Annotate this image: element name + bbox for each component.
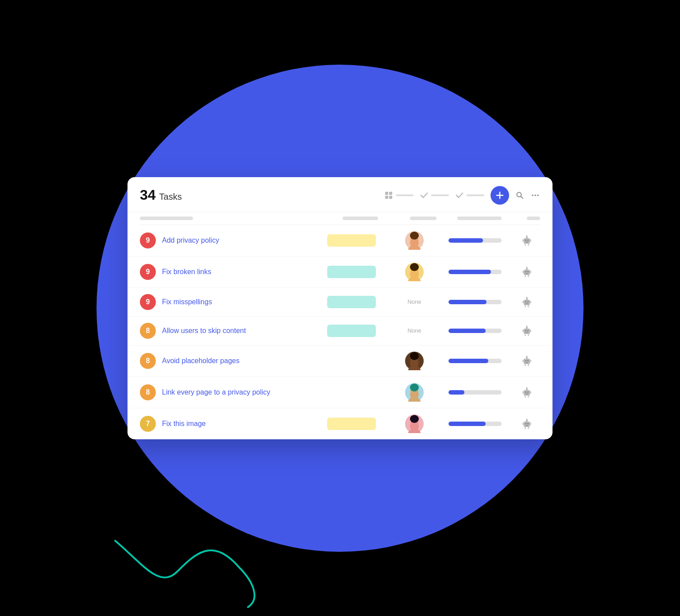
svg-rect-87	[525, 391, 526, 393]
svg-rect-3	[389, 196, 392, 199]
svg-rect-32	[524, 270, 530, 275]
progress-fill	[448, 270, 491, 274]
robot-icon	[514, 386, 540, 399]
svg-rect-110	[525, 427, 526, 429]
svg-rect-52	[528, 305, 529, 307]
robot-icon	[514, 234, 540, 247]
more-options-button[interactable]	[530, 190, 540, 200]
svg-point-8	[532, 194, 533, 196]
svg-rect-1	[389, 192, 392, 195]
grid-icon[interactable]	[384, 191, 393, 200]
squiggle-decoration	[89, 527, 266, 616]
task-name[interactable]: Allow users to skip content	[162, 327, 246, 335]
task-row[interactable]: 9 Add privacy policy	[128, 225, 552, 256]
svg-rect-104	[527, 423, 529, 424]
assignee-avatar	[405, 263, 424, 281]
task-name[interactable]: Fix misspellings	[162, 298, 212, 306]
task-name[interactable]: Link every page to a privacy policy	[162, 388, 270, 396]
tag-pill	[327, 234, 376, 247]
task-name[interactable]: Fix this image	[162, 420, 206, 428]
tag-cell	[316, 266, 387, 278]
svg-rect-19	[525, 242, 528, 243]
svg-rect-95	[528, 395, 529, 398]
search-button[interactable]	[515, 191, 524, 200]
svg-rect-76	[522, 360, 524, 362]
svg-rect-22	[522, 239, 524, 242]
progress-track	[448, 390, 502, 395]
progress-cell	[442, 390, 508, 395]
svg-rect-34	[527, 271, 529, 272]
task-row[interactable]: 8 Allow users to skip content None	[128, 317, 552, 345]
assignee-cell	[392, 352, 437, 370]
check-line-1	[431, 194, 449, 196]
robot-icon	[514, 266, 540, 278]
svg-rect-57	[525, 332, 528, 333]
robot-icon	[514, 355, 540, 367]
assignee-avatar	[405, 352, 424, 370]
check-group-2	[455, 191, 484, 200]
progress-fill	[448, 238, 483, 243]
priority-badge: 7	[140, 416, 156, 432]
task-name[interactable]: Add privacy policy	[162, 236, 219, 244]
col-header-action	[527, 217, 540, 220]
robot-icon	[514, 296, 540, 308]
col-header-name	[140, 217, 193, 220]
task-left: 9 Add privacy policy	[140, 232, 311, 248]
header-actions	[384, 186, 540, 205]
svg-rect-0	[385, 192, 388, 195]
svg-rect-89	[525, 394, 528, 395]
progress-cell	[442, 359, 508, 363]
progress-fill	[448, 300, 487, 304]
progress-track	[448, 422, 502, 426]
tag-cell	[316, 234, 387, 247]
task-row[interactable]: 9 Fix broken links	[128, 256, 552, 288]
svg-rect-24	[525, 244, 526, 246]
svg-rect-51	[525, 305, 526, 307]
svg-point-9	[534, 194, 536, 196]
task-row[interactable]: 8 Avoid placeholder pages	[128, 345, 552, 377]
task-name[interactable]: Fix broken links	[162, 268, 211, 276]
svg-rect-49	[522, 301, 524, 303]
tag-pill	[327, 418, 376, 430]
svg-rect-111	[528, 427, 529, 429]
task-row[interactable]: 9 Fix misspellings None	[128, 288, 552, 317]
svg-rect-63	[528, 334, 529, 336]
progress-track	[448, 238, 502, 243]
priority-badge: 9	[140, 294, 156, 310]
svg-rect-35	[525, 273, 528, 274]
svg-rect-94	[525, 395, 526, 398]
assignee-cell: None	[392, 298, 437, 305]
svg-point-84	[410, 384, 419, 391]
svg-rect-60	[522, 329, 524, 332]
svg-point-10	[537, 194, 539, 196]
task-row[interactable]: 8 Link every page to a privacy policy	[128, 377, 552, 408]
task-name[interactable]: Avoid placeholder pages	[162, 357, 240, 365]
add-task-button[interactable]	[491, 186, 509, 205]
svg-rect-109	[530, 422, 531, 425]
task-left: 8 Avoid placeholder pages	[140, 353, 311, 369]
progress-fill	[448, 359, 488, 363]
svg-rect-56	[527, 330, 529, 331]
svg-rect-18	[527, 240, 529, 241]
view-grid-group	[384, 191, 413, 200]
assignee-cell	[392, 231, 437, 250]
svg-line-7	[521, 196, 523, 198]
header-title: 34 Tasks	[140, 187, 182, 203]
assignee-avatar	[405, 231, 424, 250]
svg-rect-25	[528, 244, 529, 246]
priority-badge: 8	[140, 353, 156, 369]
task-label: Tasks	[159, 192, 182, 202]
svg-rect-55	[525, 330, 526, 331]
svg-rect-72	[527, 360, 529, 361]
task-left: 9 Fix broken links	[140, 264, 311, 280]
svg-rect-17	[525, 240, 526, 241]
svg-point-100	[410, 415, 419, 423]
svg-point-68	[410, 352, 419, 360]
svg-rect-38	[522, 271, 524, 273]
priority-badge: 9	[140, 232, 156, 248]
card-header: 34 Tasks	[128, 177, 552, 212]
assignee-none: None	[407, 298, 421, 305]
task-row[interactable]: 7 Fix this image	[128, 408, 552, 439]
robot-icon	[514, 325, 540, 337]
svg-rect-39	[530, 271, 531, 273]
